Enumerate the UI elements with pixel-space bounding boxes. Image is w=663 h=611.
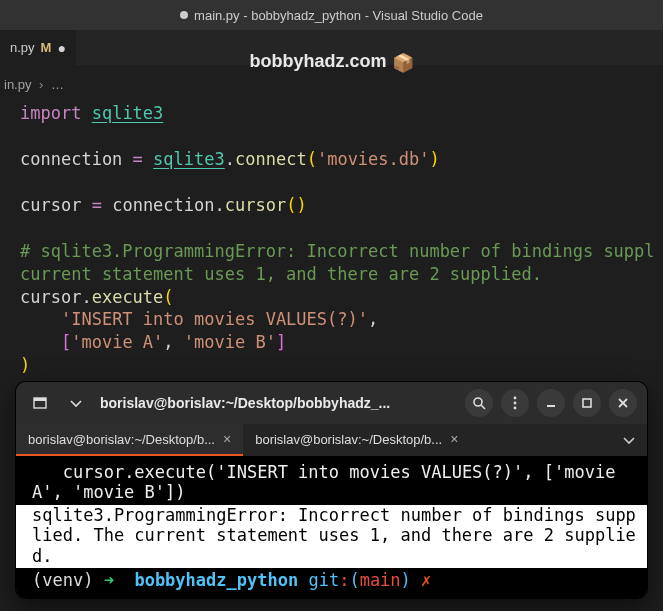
code-token: # sqlite3.ProgrammingError: Incorrect nu… (20, 241, 655, 261)
code-token: , (368, 309, 378, 329)
terminal-tabbar: borislav@borislav:~/Desktop/b... × boris… (16, 424, 647, 456)
chevron-down-icon (68, 395, 84, 411)
prompt-dir: bobbyhadz_python (134, 570, 298, 590)
terminal-search-button[interactable] (465, 389, 493, 417)
window-titlebar: main.py - bobbyhadz_python - Visual Stud… (0, 0, 663, 30)
tab-dirty-icon: ● (57, 40, 65, 56)
terminal-menu-button[interactable] (501, 389, 529, 417)
code-token: [ (61, 332, 71, 352)
breadcrumb-file: in.py (4, 77, 31, 92)
prompt-rparen: ) (401, 570, 411, 590)
prompt-git-label: git (308, 570, 339, 590)
code-token: . (215, 195, 225, 215)
svg-point-6 (514, 407, 517, 410)
code-token: cursor (20, 195, 81, 215)
prompt-colon: : (339, 570, 349, 590)
code-editor[interactable]: import sqlite3 connection = sqlite3.conn… (0, 96, 663, 377)
code-token: , (163, 332, 173, 352)
terminal-body[interactable]: cursor.execute('INSERT into movies VALUE… (16, 456, 647, 598)
code-token: ) (20, 355, 30, 375)
terminal-tab-1[interactable]: borislav@borislav:~/Desktop/b... × (243, 424, 470, 456)
svg-point-4 (514, 397, 517, 400)
editor-tabbar: n.py M ● (0, 30, 663, 65)
code-token: cursor (225, 195, 286, 215)
code-token: . (81, 287, 91, 307)
code-token: sqlite3 (92, 103, 164, 123)
terminal-window: borislav@borislav:~/Desktop/bobbyhadz_..… (16, 382, 647, 598)
close-icon[interactable]: × (450, 431, 458, 447)
code-token: ) (430, 149, 440, 169)
terminal-title: borislav@borislav:~/Desktop/bobbyhadz_..… (100, 395, 390, 411)
prompt-lparen: ( (349, 570, 359, 590)
code-token: ( (286, 195, 296, 215)
svg-rect-8 (583, 399, 591, 407)
cross-icon: ✗ (421, 570, 431, 590)
window-title: main.py - bobbyhadz_python - Visual Stud… (194, 8, 483, 23)
close-icon[interactable]: × (223, 431, 231, 447)
code-token: execute (92, 287, 164, 307)
kebab-icon (507, 395, 523, 411)
svg-point-2 (474, 398, 482, 406)
maximize-icon (579, 395, 595, 411)
terminal-maximize-button[interactable] (573, 389, 601, 417)
code-token: connection (112, 195, 214, 215)
code-token: 'movie B' (184, 332, 276, 352)
terminal-close-button[interactable] (609, 389, 637, 417)
code-token: 'INSERT into movies VALUES(?)' (61, 309, 368, 329)
terminal-tab-label: borislav@borislav:~/Desktop/b... (255, 432, 442, 447)
dirty-indicator-icon (180, 11, 188, 19)
prompt-branch: main (360, 570, 401, 590)
code-token: connection (20, 149, 122, 169)
code-token: = (92, 195, 102, 215)
minimize-icon (543, 395, 559, 411)
code-token: = (133, 149, 143, 169)
svg-line-3 (481, 405, 485, 409)
terminal-output: cursor.execute('INSERT into movies VALUE… (16, 456, 647, 505)
terminal-prompt: (venv) ➜ bobbyhadz_python git:(main) ✗ (16, 568, 647, 598)
svg-point-5 (514, 402, 517, 405)
code-token: 'movie A' (71, 332, 163, 352)
editor-tab-main[interactable]: n.py M ● (0, 30, 76, 65)
code-token: cursor (20, 287, 81, 307)
code-token: ] (276, 332, 286, 352)
terminal-error: sqlite3.ProgrammingError: Incorrect numb… (16, 505, 647, 568)
terminal-minimize-button[interactable] (537, 389, 565, 417)
chevron-right-icon: › (39, 77, 43, 92)
breadcrumb-rest: … (51, 77, 64, 92)
chevron-down-icon (621, 432, 637, 448)
terminal-tab-label: borislav@borislav:~/Desktop/b... (28, 432, 215, 447)
svg-rect-1 (34, 398, 46, 401)
terminal-tab-0[interactable]: borislav@borislav:~/Desktop/b... × (16, 424, 243, 456)
breadcrumb[interactable]: in.py › … (0, 73, 663, 96)
close-icon (615, 395, 631, 411)
tab-git-status: M (41, 40, 52, 55)
code-token: . (225, 149, 235, 169)
terminal-dropdown-button[interactable] (62, 389, 90, 417)
code-token: 'movies.db' (317, 149, 430, 169)
terminal-new-icon (32, 395, 48, 411)
search-icon (471, 395, 487, 411)
prompt-venv: (venv) (32, 570, 93, 590)
code-token: import (20, 103, 81, 123)
code-token: ( (307, 149, 317, 169)
code-token: ( (163, 287, 173, 307)
code-token: ) (296, 195, 306, 215)
terminal-tab-add[interactable] (611, 424, 647, 456)
terminal-header: borislav@borislav:~/Desktop/bobbyhadz_..… (16, 382, 647, 424)
code-token: current statement uses 1, and there are … (20, 264, 542, 284)
arrow-icon: ➜ (104, 570, 114, 590)
tab-filename: n.py (10, 40, 35, 55)
new-terminal-button[interactable] (26, 389, 54, 417)
code-token: sqlite3 (153, 149, 225, 169)
code-token: connect (235, 149, 307, 169)
